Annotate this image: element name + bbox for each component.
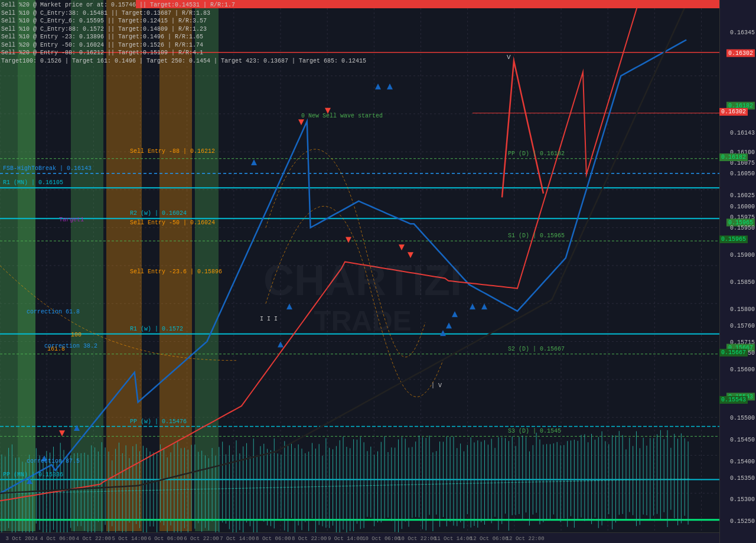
time-label: 11 Oct 14:00 xyxy=(434,536,472,542)
price-label: 0.15300 xyxy=(730,496,755,503)
price-label: 0.16143 xyxy=(730,130,755,136)
sell-lines-container: Sell %20 @ Market price or at: 0.15746 |… xyxy=(1,1,366,65)
time-axis: 3 Oct 20244 Oct 06:004 Oct 22:005 Oct 14… xyxy=(0,532,719,543)
price-label: 0.16182 xyxy=(726,102,755,110)
price-label: 0.15950 xyxy=(730,225,755,231)
time-label: 10 Oct 06:00 xyxy=(362,536,400,542)
price-label: 0.15760 xyxy=(730,323,755,329)
price-label: 0.15650 xyxy=(730,350,755,356)
sell-line: Sell %10 @ C_Entry:88: 0.1572 || Target:… xyxy=(1,25,366,34)
info-panel: Sell %20 @ Market price or at: 0.15746 |… xyxy=(1,1,366,65)
time-label: 5 Oct 14:00 xyxy=(112,536,147,542)
price-label: 0.15500 xyxy=(730,415,755,421)
price-label: 0.15450 xyxy=(730,437,755,443)
time-label: 10 Oct 22:00 xyxy=(398,536,436,542)
time-label: 8 Oct 06:00 xyxy=(256,536,291,542)
price-label: 0.16025 xyxy=(730,192,755,199)
price-label: 0.16100 xyxy=(730,149,755,155)
sell-line: Sell %20 @ Entry -50: 0.16024 || Target:… xyxy=(1,41,366,50)
price-axis: 0.163450.163000.163020.161820.161430.161… xyxy=(719,0,756,543)
time-label: 8 Oct 22:00 xyxy=(292,536,327,542)
time-label: 4 Oct 22:00 xyxy=(76,536,111,542)
price-label: 0.16050 xyxy=(730,171,755,177)
time-label: 9 Oct 14:00 xyxy=(328,536,363,542)
price-label: 0.16345 xyxy=(730,30,755,36)
time-label: 4 Oct 06:00 xyxy=(40,536,75,542)
price-label: 0.16302 xyxy=(726,50,755,57)
price-label: 0.15900 xyxy=(730,252,755,259)
price-label: 0.16000 xyxy=(730,203,755,210)
time-label: 6 Oct 22:00 xyxy=(184,536,219,542)
price-label: 0.15250 xyxy=(730,518,755,525)
price-chart xyxy=(0,0,756,543)
price-label: 0.16075 xyxy=(730,160,755,166)
sell-line: Sell %10 @ C_Entry:38: 0.15481 || Target… xyxy=(1,9,366,18)
time-label: 12 Oct 06:00 xyxy=(470,536,509,542)
price-label: 0.15600 xyxy=(730,366,755,372)
sell-line: Sell %10 @ Entry -23: 0.13896 || Target:… xyxy=(1,33,366,41)
time-label: 7 Oct 14:00 xyxy=(220,536,255,542)
price-label: 0.15800 xyxy=(730,306,755,313)
time-label: 3 Oct 2024 xyxy=(6,536,38,542)
time-label: 12 Oct 22:00 xyxy=(506,536,545,542)
sell-line: Sell %20 @ Market price or at: 0.15746 |… xyxy=(1,1,366,9)
price-label: 0.15543 xyxy=(726,392,755,400)
sell-line: Sell %20 @ Entry -88: 0.16212 || Target:… xyxy=(1,49,366,57)
sell-line: Target100: 0.1526 | Target 161: 0.1496 |… xyxy=(1,57,366,66)
price-label: 0.15350 xyxy=(730,475,755,481)
time-label: 6 Oct 06:00 xyxy=(148,536,183,542)
price-label: 0.15850 xyxy=(730,279,755,286)
chart-container: Sell %20 @ Market price or at: 0.15746 |… xyxy=(0,0,756,543)
price-label: 0.15400 xyxy=(730,459,755,465)
sell-line: Sell %10 @ C_Entry_6: 0.15595 || Target:… xyxy=(1,17,366,25)
